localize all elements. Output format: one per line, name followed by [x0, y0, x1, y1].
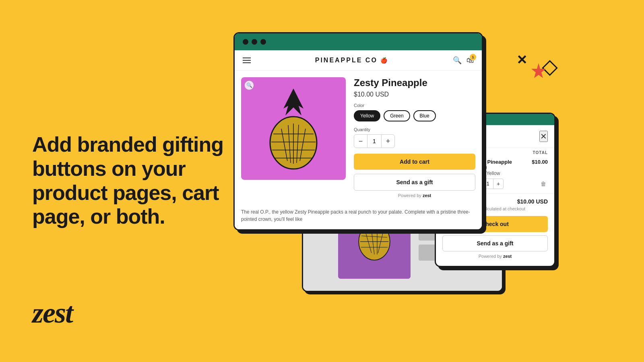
- cart-powered-by-brand: zest: [503, 254, 512, 259]
- product-header: PINEAPPLE CO 🍎 🔍 🛍 1: [235, 50, 482, 71]
- color-label: Color: [354, 103, 475, 108]
- product-info: Zesty Pineapple $10.00 USD Color Yellow …: [354, 77, 475, 202]
- browser-content: PINEAPPLE CO 🍎 🔍 🛍 1 🔍: [235, 50, 482, 229]
- cart-item-subprice: $10.00: [472, 165, 548, 171]
- quantity-value: 1: [367, 135, 382, 148]
- quantity-decrease-button[interactable]: −: [354, 135, 367, 148]
- product-title: Zesty Pineapple: [354, 77, 475, 88]
- cart-send-gift-button[interactable]: Send as a gift: [442, 235, 548, 251]
- deco-star-icon: [530, 62, 547, 80]
- main-browser-window: PINEAPPLE CO 🍎 🔍 🛍 1 🔍: [233, 32, 483, 230]
- cart-item-color: Color: Yellow: [472, 171, 548, 176]
- svg-marker-11: [283, 88, 303, 115]
- cart-item-details: Zesty Pineapple $10.00 $10.00 Color: Yel…: [472, 159, 548, 189]
- quantity-increase-button[interactable]: +: [382, 135, 394, 148]
- browser-dot-1: [243, 39, 248, 45]
- zoom-icon[interactable]: 🔍: [244, 80, 254, 90]
- cart-powered-by: Powered by zest: [442, 254, 548, 263]
- store-name: PINEAPPLE CO 🍎: [315, 57, 389, 64]
- header-icons: 🔍 🛍 1: [453, 56, 474, 65]
- powered-by-brand: zest: [423, 193, 431, 198]
- search-icon[interactable]: 🔍: [453, 56, 462, 65]
- cart-qty-value: 1: [482, 179, 493, 189]
- hamburger-icon[interactable]: [243, 58, 251, 63]
- logo-section: zest: [32, 296, 72, 330]
- color-option-yellow[interactable]: Yellow: [354, 110, 380, 121]
- deco-x-icon: ✕: [516, 52, 527, 68]
- color-options: Yellow Green Blue: [354, 110, 475, 121]
- headline: Add branded gifting buttons on your prod…: [32, 133, 225, 229]
- browser-dot-2: [252, 39, 257, 45]
- cart-delete-button[interactable]: 🗑: [539, 179, 548, 189]
- product-price: $10.00 USD: [354, 91, 475, 98]
- cart-close-button[interactable]: ✕: [539, 131, 548, 142]
- send-gift-button[interactable]: Send as a gift: [354, 174, 475, 191]
- cart-item-price: $10.00: [532, 159, 548, 165]
- cart-icon[interactable]: 🛍 1: [466, 56, 474, 65]
- add-to-cart-button[interactable]: Add to cart: [354, 154, 475, 170]
- quantity-control: − 1 +: [354, 134, 395, 148]
- subtotal-value: $10.00 USD: [517, 198, 548, 205]
- zest-logo: zest: [32, 296, 72, 330]
- cart-qty-increase[interactable]: +: [493, 179, 503, 189]
- cart-badge: 1: [470, 54, 476, 60]
- browser-dot-3: [260, 39, 266, 45]
- color-option-green[interactable]: Green: [384, 110, 410, 121]
- left-section: Add branded gifting buttons on your prod…: [32, 133, 225, 229]
- product-description: The real O.P., the yellow Zesty Pineappl…: [235, 208, 482, 229]
- quantity-label: Quantity: [354, 127, 475, 132]
- svg-marker-0: [531, 63, 546, 78]
- product-image-container: 🔍: [241, 77, 346, 180]
- product-body: 🔍: [235, 71, 482, 208]
- browser-titlebar: [235, 33, 482, 50]
- store-apple-icon: 🍎: [380, 57, 388, 64]
- powered-by: Powered by zest: [354, 193, 475, 198]
- pineapple-image: [259, 86, 328, 171]
- color-option-blue[interactable]: Blue: [413, 110, 436, 121]
